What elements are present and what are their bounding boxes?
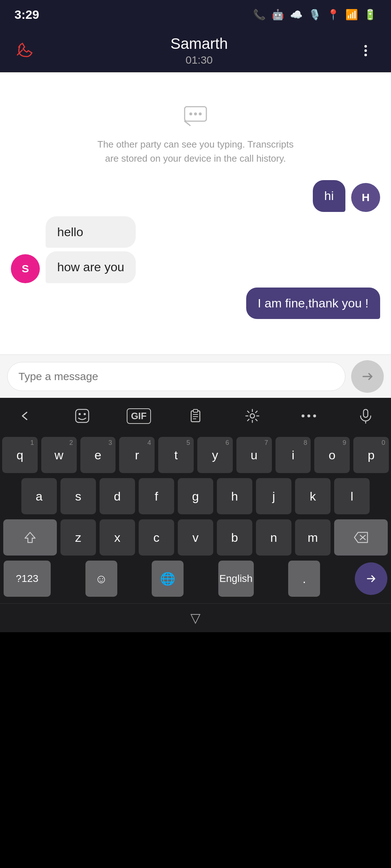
cloud-icon: ☁️ [290,9,303,21]
key-l[interactable]: l [334,478,370,514]
key-z[interactable]: z [60,519,96,556]
location-icon: 📍 [327,9,340,21]
key-s[interactable]: s [60,478,96,514]
svg-point-2 [365,54,367,56]
keyboard-bottom-row: ?123 ☺ 🌐 English . [2,561,389,597]
message-bubble-how: how are you [46,251,136,283]
android-icon: 🤖 [272,9,284,21]
keyboard-back-button[interactable] [11,403,40,429]
svg-point-5 [189,112,192,115]
key-e[interactable]: e3 [80,437,116,473]
key-v[interactable]: v [178,519,213,556]
call-duration: 01:30 [185,54,213,66]
mic-off-icon: 🎙️ [308,9,321,21]
avatar: S [11,254,40,283]
svg-rect-12 [193,409,198,412]
key-o[interactable]: o9 [314,437,350,473]
send-button[interactable] [351,360,384,393]
emoji-key[interactable]: ☺ [85,561,117,597]
status-time: 3:29 [14,8,39,22]
period-key[interactable]: . [288,561,320,597]
wifi-icon: 📶 [345,9,358,21]
key-g[interactable]: g [178,478,213,514]
svg-point-10 [84,413,86,415]
header-contact-info: Samarth 01:30 [47,35,351,66]
enter-key[interactable] [355,562,387,595]
phone-call-icon: 📞 [253,9,266,21]
svg-point-19 [313,414,316,417]
svg-rect-8 [76,409,89,422]
clipboard-button[interactable] [181,403,210,429]
key-p[interactable]: p0 [353,437,389,473]
key-a[interactable]: a [21,478,57,514]
sticker-button[interactable] [68,403,97,429]
svg-point-6 [194,112,197,115]
message-input[interactable] [7,362,345,391]
hide-keyboard-bar: ▽ [0,603,391,632]
keyboard-row-1: q1 w2 e3 r4 t5 y6 u7 i8 o9 p0 [2,437,389,473]
svg-point-9 [79,413,81,415]
key-w[interactable]: w2 [41,437,77,473]
key-d[interactable]: d [100,478,135,514]
privacy-notice: The other party can see you typing. Tran… [11,105,380,166]
mic-button[interactable] [351,403,380,429]
more-options-button[interactable] [351,36,380,65]
gif-button[interactable]: GIF [124,403,153,429]
privacy-icon [183,105,208,132]
svg-point-0 [365,45,367,47]
chat-header: Samarth 01:30 [0,29,391,72]
svg-point-16 [250,414,255,418]
key-x[interactable]: x [100,519,135,556]
status-icons: 📞 🤖 ☁️ 🎙️ 📍 📶 🔋 [253,9,377,21]
svg-point-1 [365,49,367,52]
incoming-message-group: S hello how are you [11,216,380,283]
shift-key[interactable] [3,519,57,556]
table-row: I am fine,thank you ! [11,288,380,319]
keyboard-toolbar: GIF [0,398,391,434]
gif-label: GIF [127,408,151,424]
svg-point-18 [307,414,310,417]
keyboard[interactable]: q1 w2 e3 r4 t5 y6 u7 i8 o9 p0 a s d f g … [0,434,391,603]
message-bubble-fine: I am fine,thank you ! [246,288,380,319]
hide-keyboard-button[interactable]: ▽ [190,610,201,626]
more-toolbar-button[interactable] [294,403,323,429]
key-t[interactable]: t5 [158,437,194,473]
key-h[interactable]: h [217,478,252,514]
key-k[interactable]: k [295,478,331,514]
keyboard-row-3: z x c v b n m [2,519,389,556]
chat-area: The other party can see you typing. Tran… [0,72,391,354]
num-sym-key[interactable]: ?123 [4,561,51,597]
svg-line-4 [185,121,190,125]
settings-button[interactable] [238,403,267,429]
svg-rect-20 [363,409,368,417]
contact-name: Samarth [171,35,228,52]
key-n[interactable]: n [256,519,291,556]
key-q[interactable]: q1 [2,437,38,473]
messages-container: hi H S hello how are you I am fine,thank… [11,180,380,347]
table-row: hi H [11,180,380,212]
key-r[interactable]: r4 [119,437,155,473]
key-j[interactable]: j [256,478,291,514]
key-f[interactable]: f [139,478,174,514]
space-key[interactable]: English [218,561,254,597]
key-y[interactable]: y6 [197,437,233,473]
message-bubble-hi: hi [313,180,345,212]
svg-point-17 [302,414,304,417]
key-b[interactable]: b [217,519,252,556]
back-call-icon[interactable] [11,36,40,65]
message-bubble-hello: hello [46,216,136,248]
keyboard-row-2: a s d f g h j k l [2,478,389,514]
avatar: H [351,183,380,212]
svg-point-7 [199,112,202,115]
status-bar: 3:29 📞 🤖 ☁️ 🎙️ 📍 📶 🔋 [0,0,391,29]
backspace-key[interactable] [334,519,388,556]
key-i[interactable]: i8 [276,437,311,473]
key-c[interactable]: c [139,519,174,556]
battery-icon: 🔋 [364,9,377,21]
privacy-text: The other party can see you typing. Tran… [94,137,297,166]
globe-key[interactable]: 🌐 [152,561,184,597]
key-u[interactable]: u7 [236,437,272,473]
key-m[interactable]: m [295,519,331,556]
message-input-area [0,354,391,398]
incoming-bubbles: hello how are you [46,216,136,283]
